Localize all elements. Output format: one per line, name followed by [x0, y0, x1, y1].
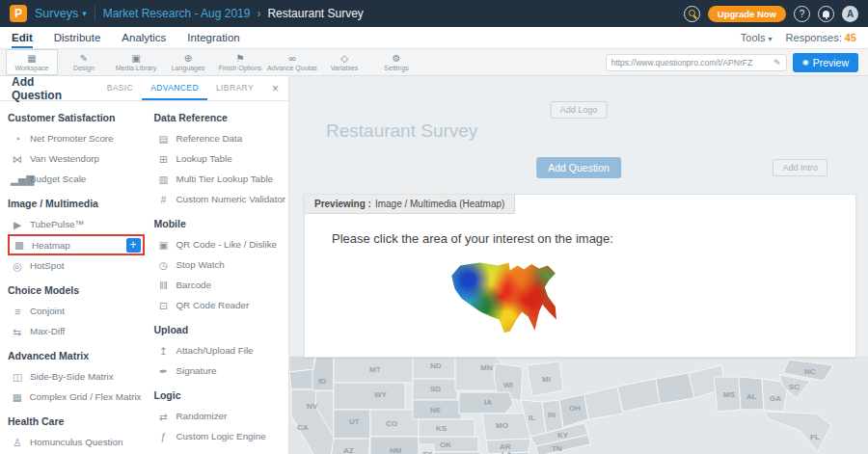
toolbar-item-settings[interactable]: ⚙Settings	[370, 49, 422, 75]
map-state-label-mo: MO	[496, 421, 508, 430]
question-type-stop-watch[interactable]: ◷Stop Watch	[154, 254, 289, 275]
map-state-label-mt: MT	[369, 365, 381, 374]
toolbar-item-variables[interactable]: ◇Variables	[318, 49, 370, 75]
question-type-custom-logic-engine[interactable]: ƒCustom Logic Engine	[154, 426, 289, 446]
question-type-tubepulse[interactable]: ▶TubePulse™	[8, 214, 145, 234]
survey-url-field[interactable]: https://www.questionpro.com/t/APNrFZ ✎	[606, 54, 787, 71]
question-type-label: QR Code - Like / Dislike	[176, 239, 278, 250]
heatmap-usa-image[interactable]	[449, 256, 557, 334]
question-type-heatmap[interactable]: ▩Heatmap+	[8, 234, 145, 255]
map-state-label-ia: IA	[484, 398, 492, 407]
tools-menu[interactable]: Tools ▾	[741, 32, 773, 43]
map-state-label-id: ID	[318, 377, 326, 386]
question-type-label: QR Code Reader	[176, 300, 250, 310]
question-type-label: Multi Tier Lookup Table	[176, 174, 274, 184]
toolbar-item-workspace[interactable]: ▦Workspace	[6, 49, 58, 75]
panel-body: Customer Satisfaction◔Net Promoter Score…	[0, 101, 288, 454]
tab-distribute[interactable]: Distribute	[54, 27, 101, 48]
breadcrumb-parent-link[interactable]: Market Research - Aug 2019	[103, 7, 251, 20]
workspace-icon: ▦	[27, 54, 36, 64]
section-data-reference: Data Reference▤Reference Data⊞Lookup Tab…	[154, 112, 289, 209]
toolbar-item-design[interactable]: ✎Design	[58, 49, 110, 75]
question-type-label: HotSpot	[30, 260, 64, 271]
question-type-side-by-side-matrix[interactable]: ◫Side-By-Side Matrix	[8, 366, 145, 387]
toolbar-item-label: Finish Options	[219, 65, 262, 71]
question-type-complex-grid-flex-matrix[interactable]: ▦Complex Grid / Flex Matrix	[8, 387, 145, 407]
question-type-label: Stop Watch	[176, 259, 225, 270]
add-question-panel: Add Question BASICADVANCEDLIBRARY × Cust…	[0, 76, 289, 454]
notifications-button[interactable]	[818, 6, 834, 22]
survey-title: Restaurant Survey	[326, 120, 477, 142]
section-heading: Choice Models	[8, 284, 145, 296]
panel-tab-library[interactable]: LIBRARY	[207, 76, 262, 100]
question-type-label: Complex Grid / Flex Matrix	[30, 391, 142, 402]
question-type-signature[interactable]: ✒Signature	[154, 361, 289, 381]
question-type-label: Barcode	[176, 280, 212, 290]
help-button[interactable]: ?	[794, 6, 810, 22]
question-type-reference-data[interactable]: ▤Reference Data	[154, 128, 289, 148]
question-type-multi-tier-lookup-table[interactable]: ▥Multi Tier Lookup Table	[154, 169, 289, 189]
question-type-label: Custom Logic Engine	[176, 431, 266, 441]
question-type-qr-code-reader[interactable]: ⊡QR Code Reader	[154, 295, 289, 315]
tab-analytics[interactable]: Analytics	[122, 27, 166, 48]
tools-label: Tools	[741, 32, 766, 43]
question-type-van-westendorp[interactable]: ⋈Van Westendorp	[8, 148, 145, 169]
question-type-budget-scale[interactable]: ▂▅▇Budget Scale	[8, 169, 145, 189]
section-image-multimedia: Image / Multimedia▶TubePulse™▩Heatmap+◎H…	[8, 198, 145, 276]
close-panel-button[interactable]: ×	[262, 76, 288, 100]
map-state-label-nm: NM	[390, 446, 401, 454]
question-type-qr-code-like-dislike[interactable]: ▣QR Code - Like / Dislike	[154, 234, 289, 254]
question-type-hotspot[interactable]: ◎HotSpot	[8, 255, 145, 276]
question-type-lookup-table[interactable]: ⊞Lookup Table	[154, 148, 289, 169]
map-state-shape	[656, 373, 694, 404]
question-type-label: Lookup Table	[176, 153, 232, 164]
upgrade-now-button[interactable]: Upgrade Now	[708, 6, 786, 22]
add-logo-button[interactable]: Add Logo	[551, 101, 608, 119]
toolbar-item-media-library[interactable]: ▣Media Library	[110, 49, 162, 75]
toolbar-right: https://www.questionpro.com/t/APNrFZ ✎ ◉…	[606, 53, 862, 72]
toolbar-item-advance-quotas[interactable]: ∞Advance Quotas	[266, 49, 318, 75]
tab-edit[interactable]: Edit	[12, 27, 33, 48]
panel-header: Add Question BASICADVANCEDLIBRARY ×	[0, 76, 288, 101]
maxdiff-icon: ⇆	[11, 326, 24, 337]
numeric-validator-icon: #	[157, 194, 171, 205]
tubepulse-icon: ▶	[11, 219, 24, 230]
tab-integration[interactable]: Integration	[187, 27, 239, 48]
map-state-label-nv: NV	[307, 402, 317, 411]
topbar-divider	[95, 6, 95, 21]
question-type-conjoint[interactable]: ≡Conjoint	[8, 301, 145, 321]
add-heatmap-button[interactable]: +	[126, 238, 141, 253]
question-type-net-promoter-score[interactable]: ◔Net Promoter Score	[8, 128, 145, 148]
budget-scale-icon: ▂▅▇	[11, 174, 24, 185]
question-type-attach-upload-file[interactable]: ↥Attach/Upload File	[154, 340, 289, 361]
map-state-label-sc: SC	[789, 383, 800, 391]
panel-tab-basic[interactable]: BASIC	[98, 76, 143, 100]
avatar[interactable]: A	[842, 6, 858, 22]
survey-url-value: https://www.questionpro.com/t/APNrFZ	[611, 58, 752, 67]
question-type-custom-numeric-validator[interactable]: #Custom Numeric Validator	[154, 189, 289, 209]
section-customer-satisfaction: Customer Satisfaction◔Net Promoter Score…	[8, 112, 145, 189]
question-type-label: Max-Diff	[30, 326, 65, 336]
surveys-menu[interactable]: Surveys ▾	[35, 7, 87, 20]
chevron-down-icon: ▾	[82, 9, 87, 18]
responses-indicator[interactable]: Responses: 45	[786, 32, 856, 43]
add-question-button[interactable]: Add Question	[536, 157, 621, 178]
edit-url-icon[interactable]: ✎	[773, 58, 781, 67]
map-state-label-ok: OK	[440, 441, 451, 449]
search-icon[interactable]	[684, 6, 700, 22]
preview-button[interactable]: ◉ Preview	[793, 53, 858, 72]
map-state-shape	[584, 387, 623, 419]
toolbar-item-languages[interactable]: ⊕Languages	[162, 49, 214, 75]
upload-icon: ↥	[157, 345, 171, 357]
toolbar-item-finish-options[interactable]: ⚑Finish Options	[214, 49, 266, 75]
question-type-randomizer[interactable]: ⇄Randomizer	[154, 406, 289, 426]
question-type-homunculus-question[interactable]: ♙Homunculus Question	[8, 432, 145, 452]
question-type-max-diff[interactable]: ⇆Max-Diff	[8, 321, 145, 341]
panel-tab-advanced[interactable]: ADVANCED	[142, 76, 207, 100]
questionpro-logo[interactable]: P	[10, 5, 27, 22]
add-intro-button[interactable]: Add Intro	[773, 159, 827, 176]
section-heading: Customer Satisfaction	[8, 112, 145, 123]
question-type-barcode[interactable]: ‖‖Barcode	[154, 275, 289, 295]
responses-label: Responses:	[786, 32, 842, 43]
map-state-label-wy: WY	[374, 390, 387, 399]
